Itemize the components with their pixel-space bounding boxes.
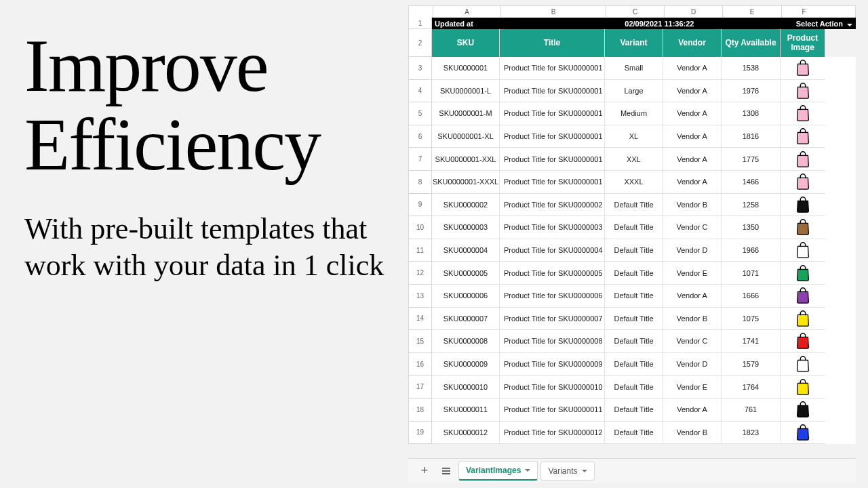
cell-vendor[interactable]: Vendor C	[663, 330, 722, 353]
cell-vendor[interactable]: Vendor C	[663, 216, 722, 239]
cell-vendor[interactable]: Vendor A	[663, 285, 722, 308]
cell-image[interactable]	[781, 262, 825, 285]
cell-title[interactable]: Product Title for SKU0000001	[500, 102, 605, 125]
cell-title[interactable]: Product Title for SKU0000012	[500, 422, 605, 445]
select-action-dropdown[interactable]: Select Action	[796, 20, 855, 28]
row-number[interactable]: 11	[408, 239, 432, 262]
col-letter[interactable]: C	[606, 6, 664, 18]
cell-vendor[interactable]: Vendor A	[663, 125, 722, 148]
cell-image[interactable]	[781, 57, 825, 80]
cell-title[interactable]: Product Title for SKU0000007	[500, 308, 605, 331]
cell-vendor[interactable]: Vendor A	[663, 399, 722, 422]
cell-sku[interactable]: SKU0000010	[432, 375, 500, 399]
cell-variant[interactable]: Default Title	[605, 353, 663, 376]
cell-sku[interactable]: SKU0000007	[432, 308, 500, 331]
cell-title[interactable]: Product Title for SKU0000002	[500, 194, 605, 217]
col-letter[interactable]: E	[722, 6, 781, 18]
row-number[interactable]: 7	[408, 148, 432, 171]
cell-sku[interactable]: SKU0000001-XL	[432, 125, 500, 148]
cell-qty[interactable]: 1966	[722, 239, 781, 262]
cell-qty[interactable]: 1764	[722, 375, 781, 399]
cell-variant[interactable]: Default Title	[605, 422, 663, 445]
cell-image[interactable]	[781, 148, 825, 171]
cell-qty[interactable]: 1666	[722, 285, 781, 308]
cell-sku[interactable]: SKU0000001-M	[432, 102, 500, 125]
cell-image[interactable]	[781, 171, 825, 194]
row-number[interactable]: 17	[408, 375, 432, 399]
row-number[interactable]: 2	[408, 29, 432, 57]
cell-image[interactable]	[781, 194, 825, 217]
cell-qty[interactable]: 1466	[722, 171, 781, 194]
row-number[interactable]: 12	[408, 262, 432, 285]
cell-sku[interactable]: SKU0000005	[432, 262, 500, 285]
cell-qty[interactable]: 1258	[722, 194, 781, 217]
cell-vendor[interactable]: Vendor D	[663, 239, 722, 262]
add-sheet-button[interactable]: +	[415, 462, 434, 481]
cell-variant[interactable]: XL	[605, 125, 663, 148]
tab-variants[interactable]: Variants	[540, 462, 594, 481]
cell-sku[interactable]: SKU0000009	[432, 353, 500, 376]
cell-image[interactable]	[781, 330, 825, 353]
row-number[interactable]: 1	[408, 18, 432, 29]
cell-sku[interactable]: SKU0000011	[432, 399, 500, 422]
cell-vendor[interactable]: Vendor A	[663, 80, 722, 103]
row-number[interactable]: 8	[408, 171, 432, 194]
cell-title[interactable]: Product Title for SKU0000006	[500, 285, 605, 308]
cell-image[interactable]	[781, 422, 825, 445]
row-number[interactable]: 4	[408, 80, 432, 103]
cell-variant[interactable]: Default Title	[605, 239, 663, 262]
cell-image[interactable]	[781, 399, 825, 422]
cell-title[interactable]: Product Title for SKU0000001	[500, 57, 605, 80]
cell-vendor[interactable]: Vendor A	[663, 57, 722, 80]
row-number[interactable]: 9	[408, 194, 432, 217]
cell-title[interactable]: Product Title for SKU0000008	[500, 330, 605, 353]
cell-image[interactable]	[781, 102, 825, 125]
cell-vendor[interactable]: Vendor E	[663, 262, 722, 285]
cell-qty[interactable]: 1538	[722, 57, 781, 80]
col-letter[interactable]: F	[781, 6, 826, 18]
cell-qty[interactable]: 1823	[722, 422, 781, 445]
cell-title[interactable]: Product Title for SKU0000001	[500, 148, 605, 171]
cell-qty[interactable]: 1308	[722, 102, 781, 125]
cell-image[interactable]	[781, 308, 825, 331]
row-number[interactable]: 10	[408, 216, 432, 239]
cell-qty[interactable]: 1071	[722, 262, 781, 285]
cell-title[interactable]: Product Title for SKU0000004	[500, 239, 605, 262]
cell-qty[interactable]: 1075	[722, 308, 781, 331]
cell-sku[interactable]: SKU0000003	[432, 216, 500, 239]
cell-image[interactable]	[781, 239, 825, 262]
cell-qty[interactable]: 1579	[722, 353, 781, 376]
cell-variant[interactable]: Medium	[605, 102, 663, 125]
cell-vendor[interactable]: Vendor A	[663, 171, 722, 194]
cell-vendor[interactable]: Vendor E	[663, 375, 722, 399]
cell-variant[interactable]: Default Title	[605, 399, 663, 422]
row-number[interactable]: 6	[408, 125, 432, 148]
cell-title[interactable]: Product Title for SKU0000001	[500, 171, 605, 194]
col-letter[interactable]: B	[500, 6, 606, 18]
cell-image[interactable]	[781, 353, 825, 376]
cell-title[interactable]: Product Title for SKU0000005	[500, 262, 605, 285]
col-letter[interactable]: D	[664, 6, 722, 18]
cell-qty[interactable]: 1976	[722, 80, 781, 103]
cell-variant[interactable]: Default Title	[605, 330, 663, 353]
cell-sku[interactable]: SKU0000001-XXXL	[432, 171, 500, 194]
col-letter[interactable]: A	[433, 6, 500, 18]
cell-sku[interactable]: SKU0000001-XXL	[432, 148, 500, 171]
cell-image[interactable]	[781, 375, 825, 399]
cell-vendor[interactable]: Vendor B	[663, 422, 722, 445]
cell-variant[interactable]: Small	[605, 57, 663, 80]
row-number[interactable]: 18	[408, 399, 432, 422]
cell-image[interactable]	[781, 125, 825, 148]
cell-sku[interactable]: SKU0000002	[432, 194, 500, 217]
cell-vendor[interactable]: Vendor A	[663, 102, 722, 125]
cell-variant[interactable]: Default Title	[605, 216, 663, 239]
cell-sku[interactable]: SKU0000012	[432, 422, 500, 445]
row-number[interactable]: 5	[408, 102, 432, 125]
cell-sku[interactable]: SKU0000001-L	[432, 80, 500, 103]
cell-variant[interactable]: Large	[605, 80, 663, 103]
cell-variant[interactable]: XXXL	[605, 171, 663, 194]
cell-variant[interactable]: Default Title	[605, 194, 663, 217]
cell-vendor[interactable]: Vendor B	[663, 194, 722, 217]
cell-qty[interactable]: 761	[722, 399, 781, 422]
cell-qty[interactable]: 1775	[722, 148, 781, 171]
